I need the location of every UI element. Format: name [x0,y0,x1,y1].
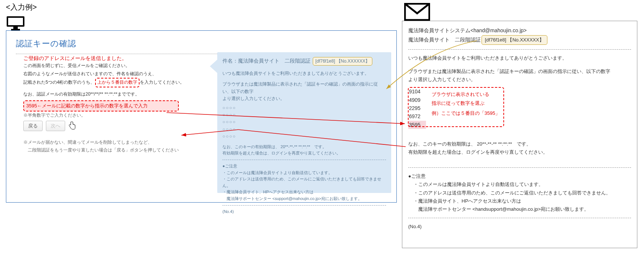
instr-line-1: この画面を閉じずに、受信メールをご確認ください。 [23,62,208,70]
svg-rect-2 [13,27,18,29]
preview-no: (No.4) [222,209,386,215]
preview-exp-1: なお、このキーの有効期限は、 20**-**-** **:**:** です。 [222,144,386,150]
back-button[interactable]: 戻る [23,121,43,131]
guide-line-3: 例）ここでは５番目の「3595」 [432,109,500,117]
preview-num-1: ○○○○ [222,104,386,111]
next-button[interactable]: 次へ [46,121,65,131]
email-preview-bubble: 件名：魔法陣会員サイト 二段階認証 [df76f1e8] 【No.XXXXXX】… [217,52,391,193]
mail-c4: 魔法陣サポートセンター <handsupport@mahoujin.co.jp>… [408,205,631,213]
preview-num-4: ○○○○ [222,126,386,133]
mail-instr-2: より選択し入力してください。 [408,76,631,84]
preview-subject-badge: [df76f1e8] 【No.XXXXXX】 [313,57,372,66]
preview-c3: ・魔法陣会員サイト、HPへアクセス出来ない方は [222,189,386,196]
preview-subject: 件名：魔法陣会員サイト 二段階認証 [df76f1e8] 【No.XXXXXX】 [222,57,386,66]
mail-greet: いつも魔法陣会員サイトをご利用いただきましてありがとうございます。 [408,54,631,62]
example-header: <入力例> [6,2,37,12]
footer-note-2: 二段階認証をもう一度やり直したい場合は「戻る」ボタンを押してください [23,146,208,154]
number-list-wrap: 9104 4909 2295 6972 3595 ブラウザに表示されている 指示… [408,87,533,129]
red-guide-box: ブラウザに表示されている 指示に従って数字を選ぶ 例）ここでは５番目の「3595… [408,87,504,127]
monitor-icon [6,16,25,31]
preview-c1: ・このメールは魔法陣会員サイトより自動送信しています。 [222,170,386,176]
envelope-icon [404,3,430,21]
mail-c1: ・このメールは魔法陣会員サイトより自動送信しています。 [408,180,631,189]
mail-from: 魔法陣会員サイトシステム<hand@mahoujin.co.jp> [408,26,631,35]
instr-line-3b: を入力してください。 [140,80,184,85]
mail-exp-1: なお、このキーの有効期限は、 20**-**-** **:**:** です。 [408,140,631,148]
mail-panel: 魔法陣会員サイトシステム<hand@mahoujin.co.jp> 魔法陣会員サ… [402,21,637,248]
preview-subject-text: 件名：魔法陣会員サイト 二段階認証 [222,58,311,64]
mail-no: (No.4) [408,223,631,231]
preview-exp-2: 有効期限を超えた場合は、ログインを再度やり直してください。 [222,150,386,157]
expiry-line: なお、認証メールの有効期限は20**/**/** **:**:**までです。 [23,90,208,99]
preview-num-3: ○○○○ [222,119,386,126]
mail-instr-1: ブラウザまたは魔法陣製品に表示された「認証キーの確認」の画面の指示に従い、以下の… [408,67,631,76]
highlight-nth-number: 上から５番目の数字 [95,78,140,87]
footer-note-1: ※メールが届かない、間違ってメールを削除してしまったなど、 [23,139,208,146]
instr-line-3: 記載された5つの4桁の数字のうち、上から５番目の数字を入力してください。 [23,78,208,87]
guide-line-2: 指示に従って数字を選ぶ [432,99,500,107]
preview-greet: いつも魔法陣会員サイトをご利用いただきましてありがとうございます。 [222,70,386,77]
preview-caution-h: ●ご注意 [222,163,386,170]
instr-line-3a: 記載された5つの4桁の数字のうち、 [23,80,95,85]
mail-subject-text: 魔法陣会員サイト 二段階認証 [408,37,481,43]
hankaku-note: ※半角数字でご入力ください。 [23,112,208,119]
mail-subject-badge: [df76f1e8] 【No.XXXXXX】 [482,35,547,45]
footer-note: ※メールが届かない、間違ってメールを削除してしまったなど、 二段階認証をもう一度… [23,139,208,154]
mail-c2: ・このアドレスは送信専用のため、このメールにご返信いただきましても回答できません… [408,189,631,197]
preview-num-2: ○○○○ [222,111,386,119]
browser-window: 認証キーの確認 ご登録のアドレスにメールを送信しました。 この画面を閉じずに、受… [6,30,397,203]
preview-instr-2: より選択し入力してください。 [222,95,386,102]
mail-exp-2: 有効期限を超えた場合は、ログインを再度やり直してください。 [408,148,631,156]
guide-line-1: ブラウザに表示されている [432,90,500,99]
cursor-hand-icon [68,121,76,132]
instruction-pane: ご登録のアドレスにメールを送信しました。 この画面を閉じずに、受信メールをご確認… [23,55,208,154]
preview-c2: ・このアドレスは送信専用のため、このメールにご返信いただきましても回答できません… [222,176,386,189]
mail-c3: ・魔法陣会員サイト、HPへアクセス出来ない方は [408,197,631,205]
mail-caution-h: ●ご注意 [408,172,631,180]
svg-rect-1 [8,18,23,25]
instr-line-2: 右図のようなメールが送信されていますので、件名を確認のうえ、 [23,70,208,78]
preview-c4: 魔法陣サポートセンター <support@mahoujin.co.jp>宛にお願… [222,196,386,202]
preview-instr-1: ブラウザまたは魔法陣製品に表示された「認証キーの確認」の画面の指示に従い、以下の… [222,81,386,95]
sent-notice: ご登録のアドレスにメールを送信しました。 [23,55,208,62]
mail-subject: 魔法陣会員サイト 二段階認証[df76f1e8] 【No.XXXXXX】 [408,35,631,45]
preview-num-5: ○○○○ [222,133,386,140]
example-input-box[interactable]: 3595←メールに記載の数字から指示の数字を選んで入力 [23,100,179,111]
page-title: 認証キーの確認 [16,38,387,54]
